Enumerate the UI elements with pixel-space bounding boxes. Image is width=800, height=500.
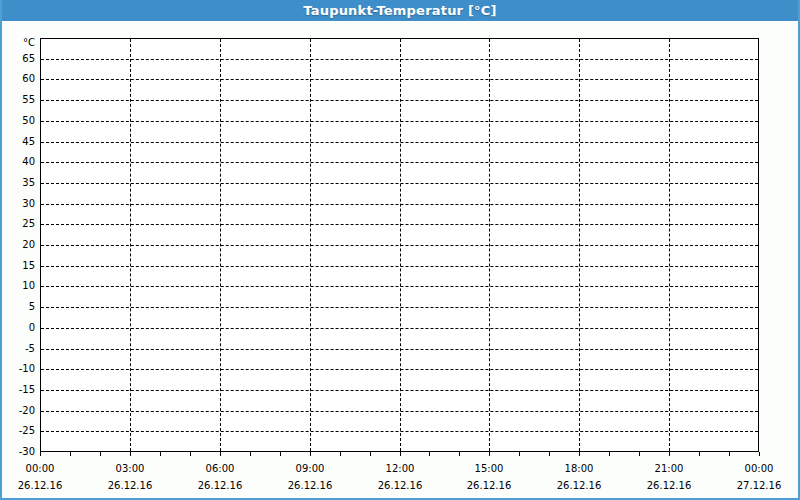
x-gridline [130,39,131,451]
x-time-label: 03:00 [100,463,160,474]
x-axis-hour-tick [669,452,670,456]
x-axis-hour-tick [639,452,640,456]
x-axis-hour-tick [190,452,191,456]
y-tick-label: 25 [2,218,35,230]
y-tick-label: 15 [2,260,35,272]
y-tick-label: -25 [2,425,35,437]
y-axis-unit-label: °C [2,37,35,49]
y-tick-label: -30 [2,446,35,458]
window-titlebar: Taupunkt-Temperatur [°C] [0,0,800,21]
chart-title: Taupunkt-Temperatur [°C] [303,3,496,18]
x-date-label: 26.12.16 [454,480,524,491]
y-tick-label: 55 [2,94,35,106]
x-axis-hour-tick [100,452,101,456]
y-tick-label: 60 [2,73,35,85]
y-tick-label: 20 [2,239,35,251]
y-tick-label: 45 [2,136,35,148]
x-date-label: 26.12.16 [95,480,165,491]
x-axis-hour-tick [340,452,341,456]
x-time-label: 09:00 [280,463,340,474]
y-tick-label: -10 [2,363,35,375]
y-tick-label: 5 [2,301,35,313]
x-axis-hour-tick [280,452,281,456]
y-tick-label: 50 [2,115,35,127]
x-date-label: 26.12.16 [544,480,614,491]
x-time-label: 21:00 [639,463,699,474]
x-time-label: 00:00 [729,463,789,474]
x-gridline [400,39,401,451]
x-time-label: 00:00 [10,463,70,474]
x-axis-hour-tick [609,452,610,456]
x-axis-hour-tick [699,452,700,456]
y-tick-label: 40 [2,156,35,168]
x-time-label: 18:00 [549,463,609,474]
x-axis-hour-tick [400,452,401,456]
x-time-label: 15:00 [459,463,519,474]
y-tick-label: 30 [2,198,35,210]
x-date-label: 26.12.16 [365,480,435,491]
y-tick-label: 0 [2,322,35,334]
x-gridline [310,39,311,451]
y-tick-label: 35 [2,177,35,189]
x-axis-hour-tick [579,452,580,456]
x-axis-hour-tick [160,452,161,456]
x-axis-hour-tick [549,452,550,456]
x-date-label: 26.12.16 [634,480,704,491]
x-date-label: 27.12.16 [724,480,794,491]
y-tick-label: -20 [2,405,35,417]
x-axis-hour-tick [310,452,311,456]
y-tick-label: 10 [2,280,35,292]
x-axis-hour-tick [40,452,41,456]
x-time-label: 12:00 [370,463,430,474]
x-axis-hour-tick [519,452,520,456]
y-tick-label: -5 [2,343,35,355]
y-tick-label: -15 [2,384,35,396]
x-axis-hour-tick [759,452,760,456]
x-time-label: 06:00 [190,463,250,474]
x-axis-hour-tick [429,452,430,456]
x-axis-hour-tick [250,452,251,456]
x-gridline [579,39,580,451]
x-date-label: 26.12.16 [185,480,255,491]
x-date-label: 26.12.16 [275,480,345,491]
x-axis-hour-tick [220,452,221,456]
x-date-label: 26.12.16 [5,480,75,491]
x-axis-hour-tick [459,452,460,456]
x-axis-hour-tick [70,452,71,456]
x-axis-hour-tick [489,452,490,456]
y-tick-label: 65 [2,53,35,65]
x-gridline [220,39,221,451]
x-gridline [669,39,670,451]
chart-window: Taupunkt-Temperatur [°C] °C 656055504540… [0,0,800,500]
x-gridline [489,39,490,451]
x-axis-hour-tick [370,452,371,456]
x-axis-hour-tick [130,452,131,456]
x-axis-hour-tick [729,452,730,456]
